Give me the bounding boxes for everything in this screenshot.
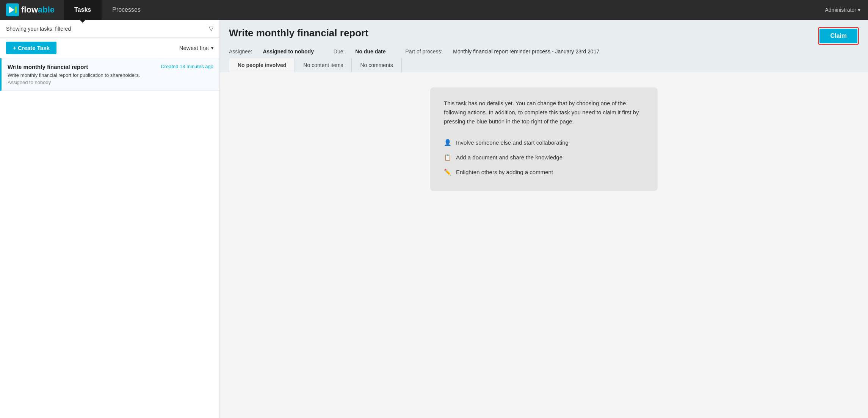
svg-rect-2: [15, 6, 17, 13]
task-item-header: Write monthly financial report Created 1…: [8, 64, 213, 70]
nav-user-menu[interactable]: Administrator ▾: [818, 7, 868, 13]
task-detail-title: Write monthly financial report: [229, 27, 368, 39]
sort-dropdown[interactable]: Newest first ▾: [179, 45, 213, 51]
task-item[interactable]: Write monthly financial report Created 1…: [0, 58, 219, 91]
flowable-logo-icon: [6, 3, 19, 16]
tab-comments[interactable]: No comments: [352, 58, 401, 72]
assignee-label: Assignee: Assigned to nobody: [229, 48, 324, 55]
main-content: Showing your tasks, filtered ▽ + Create …: [0, 20, 868, 418]
task-item-created: Created 13 minutes ago: [161, 64, 213, 69]
left-panel: Showing your tasks, filtered ▽ + Create …: [0, 20, 220, 418]
create-task-button[interactable]: + Create Task: [6, 42, 56, 54]
task-item-assignee: Assigned to nobody: [8, 80, 213, 85]
claim-btn-wrapper: Claim: [818, 27, 859, 45]
sort-chevron-icon: ▾: [211, 45, 213, 51]
task-item-title: Write monthly financial report: [8, 64, 88, 70]
filter-text: Showing your tasks, filtered: [6, 26, 71, 32]
due-label: Due: No due date: [334, 48, 396, 55]
filter-icon[interactable]: ▽: [209, 25, 213, 32]
logo-text: flowable: [21, 5, 55, 15]
pencil-icon: ✏️: [444, 168, 451, 176]
nav-tab-processes[interactable]: Processes: [102, 0, 151, 20]
task-meta: Assignee: Assigned to nobody Due: No due…: [229, 48, 859, 55]
info-box: This task has no details yet. You can ch…: [430, 87, 658, 191]
nav-tab-tasks[interactable]: Tasks: [64, 0, 102, 20]
claim-button[interactable]: Claim: [819, 29, 857, 43]
process-label: Part of process: Monthly financial repor…: [405, 48, 608, 55]
filter-bar: Showing your tasks, filtered ▽: [0, 20, 219, 38]
logo: flowable: [6, 3, 55, 16]
nav-tabs: Tasks Processes: [64, 0, 151, 20]
tab-content[interactable]: No content items: [295, 58, 352, 72]
toolbar: + Create Task Newest first ▾: [0, 38, 219, 58]
action-label-people: Involve someone else and start collabora…: [456, 139, 569, 146]
action-item-comment: ✏️ Enlighten others by adding a comment: [444, 165, 644, 179]
action-list: 👤 Involve someone else and start collabo…: [444, 135, 644, 179]
task-item-description: Write monthly financial report for publi…: [8, 72, 213, 78]
action-item-document: 📋 Add a document and share the knowledge: [444, 150, 644, 165]
task-detail-header: Write monthly financial report Claim Ass…: [220, 20, 868, 72]
task-list: Write monthly financial report Created 1…: [0, 58, 219, 418]
action-item-people: 👤 Involve someone else and start collabo…: [444, 135, 644, 150]
info-box-text: This task has no details yet. You can ch…: [444, 99, 644, 126]
task-detail-title-row: Write monthly financial report Claim: [229, 27, 859, 45]
tab-people[interactable]: No people involved: [229, 58, 295, 72]
action-label-document: Add a document and share the knowledge: [456, 154, 562, 161]
task-detail-body: This task has no details yet. You can ch…: [220, 72, 868, 418]
document-icon: 📋: [444, 154, 451, 161]
task-tabs: No people involved No content items No c…: [229, 58, 859, 72]
person-icon: 👤: [444, 139, 451, 146]
right-panel: Write monthly financial report Claim Ass…: [220, 20, 868, 418]
action-label-comment: Enlighten others by adding a comment: [456, 169, 553, 175]
top-nav: flowable Tasks Processes Administrator ▾: [0, 0, 868, 20]
